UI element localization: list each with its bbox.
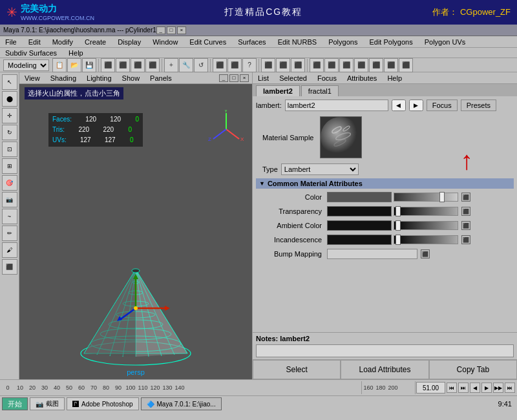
left-tool-lasso[interactable]: ⬤ — [2, 91, 17, 107]
incandescence-slider-thumb[interactable] — [396, 235, 401, 245]
attr-nav-prev[interactable]: ◀ — [392, 100, 406, 111]
show-menu[interactable]: Show — [120, 74, 142, 83]
select-button[interactable]: Select — [253, 360, 341, 379]
play-prev-key[interactable]: ⏭ — [458, 383, 469, 393]
tab-lambert2[interactable]: lambert2 — [256, 85, 300, 96]
viewport-minimize[interactable]: _ — [219, 74, 228, 82]
section-collapse-icon[interactable]: ▼ — [259, 180, 265, 187]
left-tool-extra[interactable]: ⬛ — [2, 259, 17, 275]
taskbar-photoshop[interactable]: 🅿 Adobe Photoshop — [67, 397, 139, 410]
menu-polygon-uvs[interactable]: Polygon UVs — [423, 37, 468, 47]
toolbar-icon-6[interactable]: ⬛ — [131, 58, 145, 72]
bump-input[interactable] — [327, 249, 417, 259]
menu-window[interactable]: Window — [151, 37, 180, 47]
menu-polygons[interactable]: Polygons — [326, 37, 359, 47]
view-menu[interactable]: View — [23, 74, 42, 83]
play-next[interactable]: ▶▶ — [493, 383, 503, 393]
tab-fractal1[interactable]: fractal1 — [301, 85, 339, 96]
material-sample-img[interactable] — [320, 116, 362, 158]
menu-file[interactable]: File — [3, 37, 19, 47]
transparency-slider[interactable] — [394, 207, 458, 216]
left-tool-scale[interactable]: ⊡ — [2, 142, 17, 157]
left-tool-move[interactable]: ✛ — [2, 108, 17, 123]
play-forward[interactable]: ▶ — [481, 383, 492, 393]
attr-focus-menu[interactable]: Focus — [315, 74, 339, 83]
presets-button[interactable]: Presets — [461, 100, 496, 111]
ambient-slider-thumb[interactable] — [396, 220, 401, 231]
toolbar-icon-9[interactable]: 🔧 — [179, 58, 193, 72]
menu-edit-curves[interactable]: Edit Curves — [187, 37, 228, 47]
toolbar-icon-2[interactable]: 📂 — [67, 58, 81, 72]
type-select[interactable]: Lambert — [281, 163, 359, 175]
toolbar-icon-3[interactable]: 💾 — [82, 58, 96, 72]
shading-menu[interactable]: Shading — [48, 74, 78, 83]
lighting-menu[interactable]: Lighting — [85, 74, 114, 83]
start-button[interactable]: 开始 — [2, 397, 28, 410]
menu-subdiv[interactable]: Subdiv Surfaces — [3, 48, 59, 58]
notes-input[interactable] — [256, 344, 514, 357]
toolbar-icon-21[interactable]: ⬛ — [369, 58, 383, 72]
viewport-content[interactable]: 选择火山的属性，点击小三角 Faces: 120 120 0 Tris: 220… — [19, 84, 252, 379]
taskbar-screenshot[interactable]: 📷 截图 — [30, 397, 65, 410]
minimize-btn[interactable]: _ — [156, 26, 165, 34]
toolbar-icon-19[interactable]: ⬛ — [339, 58, 353, 72]
ambient-swatch[interactable] — [327, 220, 392, 231]
toolbar-icon-14[interactable]: ⬛ — [261, 58, 275, 72]
panels-menu[interactable]: Panels — [148, 74, 174, 83]
ambient-extra-btn[interactable]: ⬛ — [461, 221, 470, 230]
incandescence-swatch[interactable] — [327, 235, 392, 245]
color-slider-thumb[interactable] — [439, 192, 445, 202]
incandescence-extra-btn[interactable]: ⬛ — [461, 235, 470, 244]
menu-surfaces[interactable]: Surfaces — [236, 37, 268, 47]
menu-help[interactable]: Help — [67, 48, 85, 58]
maximize-btn[interactable]: □ — [167, 26, 176, 34]
toolbar-icon-16[interactable]: ⬛ — [291, 58, 305, 72]
menu-create[interactable]: Create — [83, 37, 108, 47]
play-prev[interactable]: ◀ — [470, 383, 480, 393]
menu-edit-polygons[interactable]: Edit Polygons — [367, 37, 414, 47]
attr-list-menu[interactable]: List — [256, 74, 271, 83]
lambert-name-input[interactable] — [285, 100, 388, 111]
menu-edit[interactable]: Edit — [26, 37, 43, 47]
toolbar-icon-8[interactable]: + — [164, 58, 178, 72]
taskbar-maya[interactable]: 🔷 Maya 7.0.1: E:\jiao... — [141, 397, 222, 410]
left-tool-snap[interactable]: 🎯 — [2, 175, 17, 191]
toolbar-icon-20[interactable]: ⬛ — [354, 58, 368, 72]
play-end[interactable]: ⏭ — [505, 383, 515, 393]
attr-nav-next[interactable]: ▶ — [409, 100, 423, 111]
toolbar-icon-1[interactable]: 📋 — [52, 58, 67, 72]
transparency-swatch[interactable] — [327, 206, 392, 216]
attr-attributes-menu[interactable]: Attributes — [345, 74, 379, 83]
frame-input[interactable] — [416, 382, 445, 394]
left-tool-camera[interactable]: 📷 — [2, 192, 17, 207]
color-swatch[interactable] — [327, 192, 392, 202]
toolbar-icon-17[interactable]: ⬛ — [310, 58, 324, 72]
toolbar-icon-4[interactable]: ⬛ — [101, 58, 115, 72]
attr-selected-menu[interactable]: Selected — [277, 74, 309, 83]
left-tool-rotate[interactable]: ↻ — [2, 125, 17, 140]
left-tool-select[interactable]: ↖ — [2, 74, 17, 90]
mode-select[interactable]: Modeling — [3, 59, 49, 71]
color-slider[interactable] — [394, 193, 458, 202]
color-extra-btn[interactable]: ⬛ — [461, 193, 470, 202]
attr-help-menu[interactable]: Help — [385, 74, 404, 83]
incandescence-slider[interactable] — [394, 235, 458, 244]
load-attributes-button[interactable]: Load Attributes — [341, 360, 428, 379]
toolbar-icon-18[interactable]: ⬛ — [324, 58, 339, 72]
transparency-extra-btn[interactable]: ⬛ — [461, 207, 470, 216]
menu-display[interactable]: Display — [116, 37, 143, 47]
bump-extra-btn[interactable]: ⬛ — [421, 249, 430, 258]
copy-tab-button[interactable]: Copy Tab — [429, 360, 517, 379]
transparency-slider-thumb[interactable] — [396, 206, 401, 216]
toolbar-icon-15[interactable]: ⬛ — [276, 58, 290, 72]
left-tool-manip[interactable]: ⊞ — [2, 158, 17, 174]
toolbar-icon-12[interactable]: ⬛ — [227, 58, 242, 72]
close-btn[interactable]: × — [177, 26, 186, 34]
viewport-close[interactable]: × — [240, 74, 249, 82]
toolbar-icon-10[interactable]: ↺ — [194, 58, 208, 72]
left-tool-sculpt[interactable]: ✏ — [2, 226, 17, 241]
menu-edit-nurbs[interactable]: Edit NURBS — [276, 37, 319, 47]
play-begin[interactable]: ⏮ — [447, 383, 457, 393]
viewport-maximize[interactable]: □ — [229, 74, 238, 82]
toolbar-icon-11[interactable]: ⬛ — [213, 58, 227, 72]
